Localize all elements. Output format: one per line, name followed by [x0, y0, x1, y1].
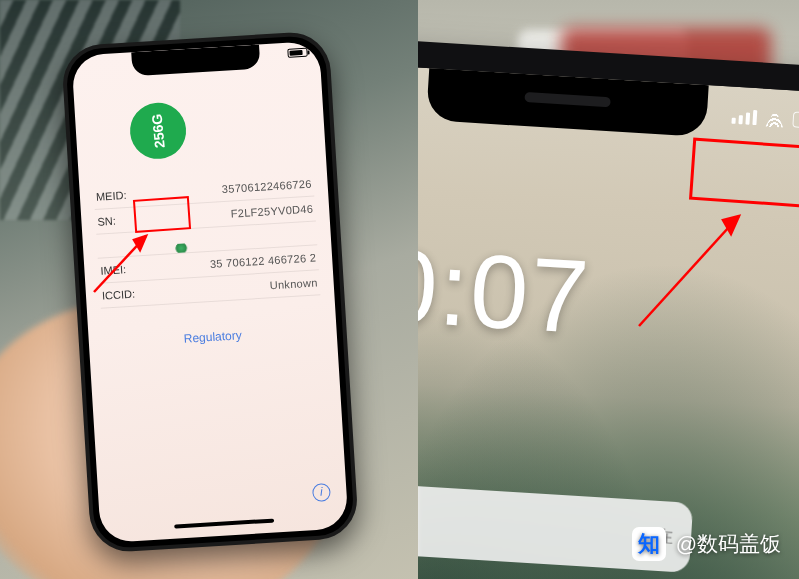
- svg-line-2: [639, 216, 739, 326]
- watermark-handle: @数码盖饭: [676, 530, 781, 558]
- lockscreen-time: 20:07: [418, 222, 593, 357]
- status-bar: ⚡: [731, 107, 799, 131]
- home-indicator[interactable]: [174, 519, 274, 529]
- annotation-arrow: [86, 222, 166, 300]
- right-photo: ⚡ 20:07 条微信消息 现在 知 @数码盖饭: [418, 0, 799, 579]
- regulatory-link[interactable]: Regulatory: [103, 323, 323, 350]
- notification-text: 条微信消息: [418, 501, 640, 548]
- notch: [426, 68, 709, 137]
- battery-icon: [287, 48, 308, 58]
- cellular-icon: [731, 108, 757, 124]
- photo-collage: 256G MEID: 35706122466726 SN: F2LF25YV0D…: [0, 0, 799, 579]
- value: Unknown: [158, 276, 318, 298]
- zhihu-logo-icon: 知: [632, 527, 666, 561]
- wifi-icon: [765, 109, 784, 128]
- info-icon[interactable]: i: [312, 483, 331, 502]
- annotation-arrow: [621, 198, 771, 338]
- storage-badge: 256G: [128, 100, 189, 161]
- status-bar: [287, 48, 308, 58]
- watermark: 知 @数码盖饭: [632, 527, 781, 561]
- screen-blemish: [175, 243, 188, 253]
- speaker-icon: [524, 92, 610, 107]
- battery-charging-icon: ⚡: [792, 111, 799, 129]
- left-photo: 256G MEID: 35706122466726 SN: F2LF25YV0D…: [0, 0, 418, 579]
- value: 35 706122 466726 2: [156, 251, 316, 273]
